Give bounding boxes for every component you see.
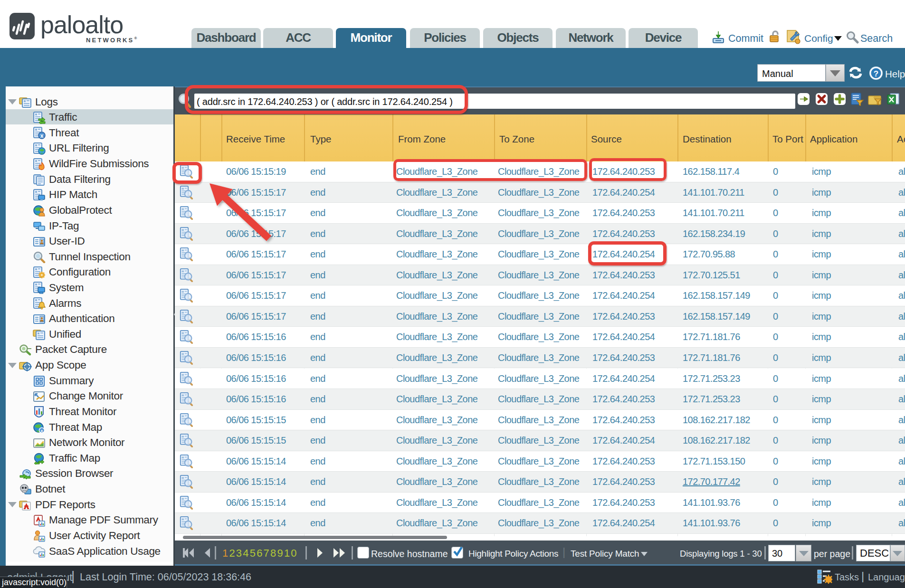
svg-text:x: x <box>40 428 43 433</box>
svg-text:x: x <box>40 133 44 139</box>
svg-text:?: ? <box>874 69 878 78</box>
